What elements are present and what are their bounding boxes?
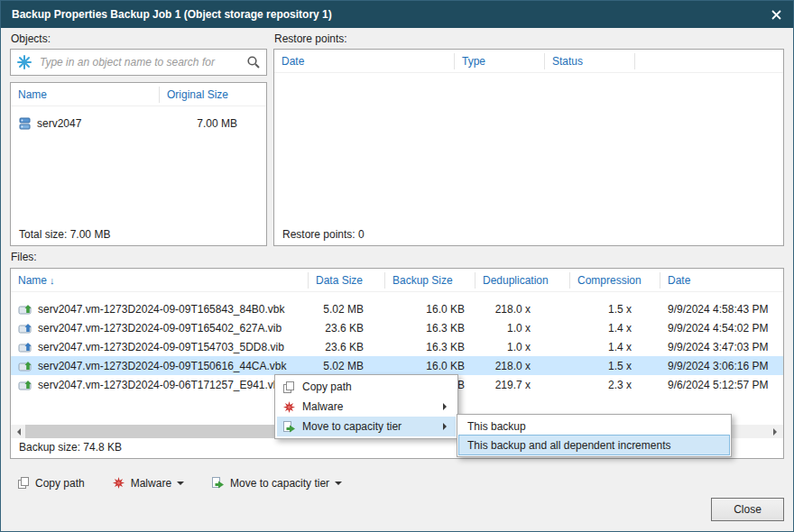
veeam-asterisk-icon [16,54,32,70]
objects-table-header: Name Original Size [11,83,266,106]
file-name-cell: serv2047.vm-1273D2024-09-09T150616_44CA.… [11,360,309,372]
files-col-deduplication[interactable]: Deduplication [475,272,570,289]
file-data-size: 23.6 KB [309,322,385,335]
backup-file-vbk-icon [18,360,32,372]
copy-icon [17,476,30,490]
file-name: serv2047.vm-1273D2024-09-06T171257_E941.… [38,379,285,391]
backup-file-vbk-icon [18,303,32,316]
file-date: 9/9/2024 4:58:43 PM [660,303,783,316]
malware-icon [282,400,296,414]
file-backup-size: 16.0 KB [385,360,475,372]
file-backup-size: 16.3 KB [385,341,475,353]
file-compression: 1.4 x [570,341,660,353]
file-backup-size: 16.3 KB [385,322,475,335]
file-name: serv2047.vm-1273D2024-09-09T165402_627A.… [38,322,282,335]
file-compression: 1.5 x [570,360,660,372]
magnifier-icon [246,55,261,69]
backup-file-vib-icon [18,322,32,335]
file-data-size: 5.02 MB [309,303,385,316]
file-row-selected[interactable]: serv2047.vm-1273D2024-09-09T150616_44CA.… [11,356,783,375]
file-deduplication: 218.0 x [475,360,570,372]
files-table-header: Name↓ Data Size Backup Size Deduplicatio… [11,269,783,292]
context-menu-item-move-to-capacity-tier[interactable]: Move to capacity tier [277,417,456,436]
file-row[interactable]: serv2047.vm-1273D2024-09-09T165402_627A.… [11,318,783,337]
copy-icon [282,381,296,394]
malware-dropdown-button[interactable]: Malware [105,472,191,494]
restore-col-status[interactable]: Status [545,53,635,69]
copy-path-button[interactable]: Copy path [10,472,92,494]
file-date: 9/6/2024 5:12:57 PM [660,379,783,391]
file-name-cell: serv2047.vm-1273D2024-09-09T165843_84B0.… [11,303,309,316]
context-menu-item-malware[interactable]: Malware [277,397,456,417]
file-name: serv2047.vm-1273D2024-09-09T150616_44CA.… [38,360,287,372]
caret-down-icon [177,482,184,489]
file-compression: 1.5 x [570,303,660,316]
restore-points-panel: Date Type Status Restore points: 0 [273,49,784,246]
object-search-box [10,49,267,76]
submenu-arrow-icon [443,403,450,410]
move-to-capacity-tier-icon [211,476,225,490]
files-col-date[interactable]: Date [660,272,783,289]
sort-descending-icon: ↓ [50,275,55,286]
files-col-compression[interactable]: Compression [570,272,660,289]
context-menu-item-copy-path[interactable]: Copy path [277,377,456,397]
file-compression: 2.3 x [570,379,660,391]
backup-file-vib-icon [18,341,32,353]
restore-col-date[interactable]: Date [274,53,455,69]
file-name-cell: serv2047.vm-1273D2024-09-06T171257_E941.… [11,379,309,391]
object-original-size: 7.00 MB [160,117,266,130]
move-to-capacity-tier-icon [282,420,296,434]
close-button[interactable]: Close [711,498,784,521]
context-menu: Copy path Malware Move to capacity tier [274,374,458,439]
file-name: serv2047.vm-1273D2024-09-09T154703_5DD8.… [38,341,284,353]
file-deduplication: 218.0 x [475,303,570,316]
scrollbar-left-arrow[interactable] [11,425,25,438]
restore-points-label: Restore points: [274,32,347,46]
restore-col-type[interactable]: Type [455,53,545,69]
restore-points-table-header: Date Type Status [274,50,783,73]
context-submenu: This backup This backup and all dependen… [457,414,732,457]
object-name: serv2047 [37,117,81,130]
file-data-size: 5.02 MB [309,360,385,372]
objects-panel: Name Original Size serv2047 7.00 [10,82,267,246]
objects-col-original-size[interactable]: Original Size [160,87,266,103]
dialog-title: Backup Properties Backup Job 1 (Object s… [12,8,332,21]
file-deduplication: 1.0 x [475,341,570,353]
caret-down-icon [335,482,342,489]
objects-col-name[interactable]: Name [11,87,160,103]
malware-icon [112,476,125,490]
backup-properties-dialog: Backup Properties Backup Job 1 (Object s… [0,0,794,532]
titlebar: Backup Properties Backup Job 1 (Object s… [1,1,793,28]
file-row[interactable]: serv2047.vm-1273D2024-09-09T154703_5DD8.… [11,337,783,356]
file-deduplication: 219.7 x [475,379,570,391]
object-search-input[interactable] [38,55,241,69]
file-compression: 1.4 x [570,322,660,335]
server-icon [18,117,32,130]
bottom-toolbar: Copy path Malware Move to capacity tier [10,472,349,494]
submenu-item-this-backup-and-all-dependent-increments[interactable]: This backup and all dependent increments [459,436,729,454]
file-date: 9/9/2024 4:54:02 PM [660,322,783,335]
files-col-backup-size[interactable]: Backup Size [385,272,475,289]
objects-total-size: Total size: 7.00 MB [19,228,110,241]
move-to-capacity-tier-dropdown-button[interactable]: Move to capacity tier [204,472,349,494]
file-backup-size: 16.0 KB [385,303,475,316]
restore-points-count: Restore points: 0 [282,228,365,241]
file-name-cell: serv2047.vm-1273D2024-09-09T165402_627A.… [11,322,309,335]
submenu-item-this-backup[interactable]: This backup [459,417,729,436]
files-col-name[interactable]: Name↓ [11,272,309,289]
backup-file-vbk-icon [18,379,32,391]
file-name: serv2047.vm-1273D2024-09-09T165843_84B0.… [38,303,285,316]
files-backup-size: Backup size: 74.8 KB [19,441,122,454]
file-row[interactable]: serv2047.vm-1273D2024-09-09T165843_84B0.… [11,299,783,318]
object-name-cell: serv2047 [11,117,160,130]
file-date: 9/9/2024 3:06:16 PM [660,360,783,372]
file-date: 9/9/2024 3:47:03 PM [660,341,783,353]
close-icon[interactable] [771,9,782,21]
scrollbar-right-arrow[interactable] [769,425,783,438]
objects-label: Objects: [11,32,51,46]
file-deduplication: 1.0 x [475,322,570,335]
files-col-data-size[interactable]: Data Size [309,272,385,289]
submenu-arrow-icon [443,423,450,430]
files-label: Files: [11,251,37,264]
object-row[interactable]: serv2047 7.00 MB [11,114,266,133]
